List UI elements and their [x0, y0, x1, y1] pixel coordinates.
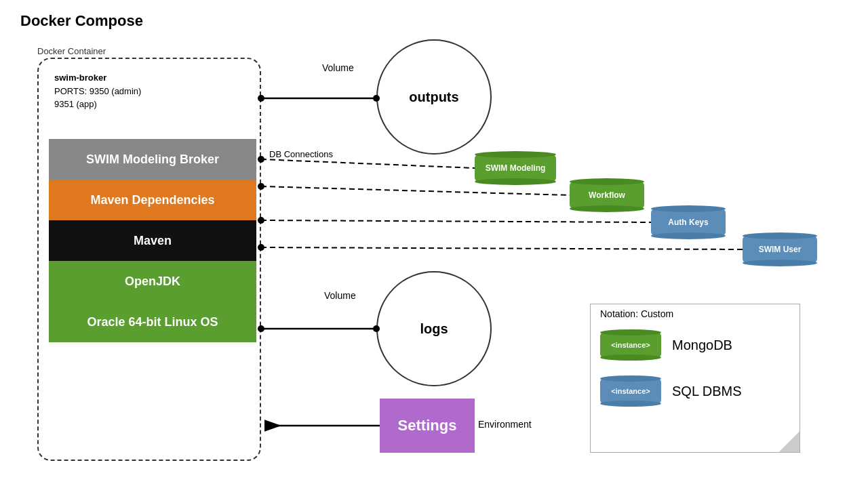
layer-swim-modeling-broker: SWIM Modeling Broker	[49, 139, 256, 180]
volume-outputs: outputs	[376, 39, 492, 155]
cyl-swim-modeling: SWIM Modeling	[475, 155, 556, 182]
layer-openjdk: OpenJDK	[49, 261, 256, 302]
volume-logs: logs	[376, 271, 492, 386]
broker-ports1: PORTS: 9350 (admin)	[54, 85, 141, 98]
layer-maven-dependencies: Maven Dependencies	[49, 180, 256, 220]
notation-mongodb-label: MongoDB	[672, 338, 732, 353]
db-connections-label: DB Connections	[269, 149, 333, 159]
layer-oracle-linux: Oracle 64-bit Linux OS	[49, 302, 256, 342]
volume-logs-label: Volume	[324, 290, 356, 301]
cyl-swim-user: SWIM User	[743, 236, 817, 263]
broker-name: swim-broker	[54, 71, 141, 85]
svg-line-10	[261, 247, 743, 249]
broker-ports2: 9351 (app)	[54, 98, 141, 111]
cyl-workflow: Workflow	[570, 182, 644, 209]
environment-label: Environment	[478, 419, 532, 430]
docker-container-label: Docker Container	[37, 46, 106, 56]
notation-sql: <instance> SQL DBMS	[600, 378, 742, 404]
svg-line-8	[261, 220, 651, 222]
layer-maven: Maven	[49, 220, 256, 261]
notation-title: Notation: Custom	[600, 308, 673, 319]
settings-box: Settings	[380, 399, 475, 453]
volume-outputs-label: Volume	[322, 62, 354, 73]
svg-line-6	[261, 186, 570, 195]
svg-line-4	[261, 159, 475, 168]
notation-items: <instance> MongoDB <instance> SQL DBMS	[600, 332, 742, 404]
notation-mongodb: <instance> MongoDB	[600, 332, 742, 358]
page-title: Docker Compose	[20, 12, 143, 30]
notation-mongodb-icon: <instance>	[600, 332, 661, 358]
notation-sql-label: SQL DBMS	[672, 384, 742, 399]
cyl-auth-keys: Auth Keys	[651, 209, 726, 236]
notation-sql-icon: <instance>	[600, 378, 661, 404]
swim-broker-info: swim-broker PORTS: 9350 (admin) 9351 (ap…	[54, 71, 141, 111]
